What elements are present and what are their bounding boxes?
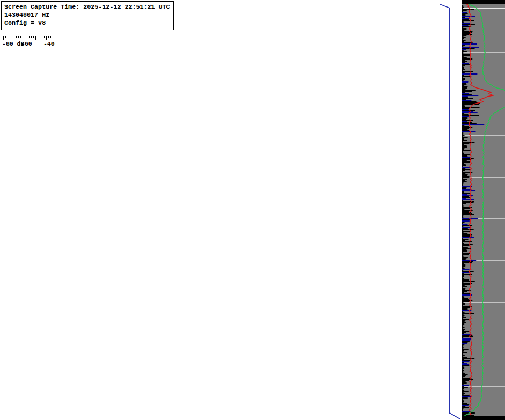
color-scale-gradient [3, 28, 57, 35]
freq-axis-connector-bottom [450, 413, 460, 419]
frequency-axis-gutter [438, 0, 462, 420]
color-scale-legend: -80 dB -60 -40 [2, 27, 58, 49]
color-scale-label-max: -40 [43, 40, 55, 47]
color-scale-label-mid: -60 [21, 40, 32, 47]
capture-time-text: Screen Capture Time: 2025-12-12 22:51:21… [4, 3, 170, 11]
freq-axis-line [449, 8, 450, 414]
color-scale-minor-ticks [3, 36, 56, 38]
waterfall-spectrogram[interactable] [1, 1, 438, 419]
spectrum-waterfall-window: Screen Capture Time: 2025-12-12 22:51:21… [0, 0, 505, 420]
capture-info-box: Screen Capture Time: 2025-12-12 22:51:21… [1, 1, 174, 30]
freq-axis-connector-top [440, 4, 450, 8]
frequency-readout-text: 143048017 Hz [4, 11, 49, 19]
config-text: Config = V8 [4, 19, 46, 27]
spectrum-side-panel[interactable] [462, 0, 505, 420]
